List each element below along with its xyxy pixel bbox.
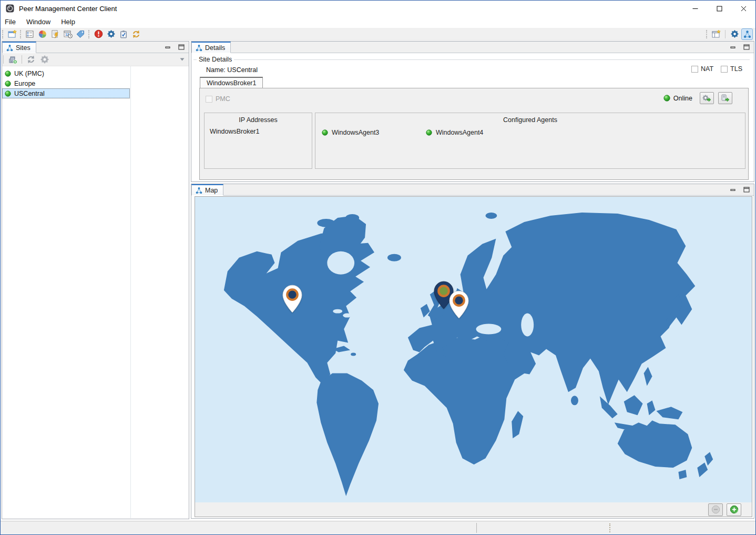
view-menu-chevron[interactable]	[180, 58, 185, 61]
sync-arrows-icon[interactable]	[131, 29, 141, 39]
tab-map[interactable]: Map	[191, 184, 223, 196]
app-window: Peer Management Center Client File Windo…	[0, 0, 756, 535]
menu-window[interactable]: Window	[21, 17, 56, 27]
site-details-title: Site Details	[199, 56, 232, 63]
details-body: Site Details Name: USCentral NAT TLS Win…	[191, 53, 754, 181]
transfer-arrows-icon[interactable]	[26, 54, 36, 65]
title-bar[interactable]: Peer Management Center Client	[1, 1, 755, 16]
ip-address-item: WindowsBroker1	[210, 128, 259, 135]
map-panel-header: Map	[191, 184, 754, 196]
minimize-button[interactable]	[683, 1, 707, 16]
network-icon	[196, 187, 202, 194]
calendar-clock-icon[interactable]: 12	[63, 29, 73, 39]
pmc-checkbox-box	[206, 96, 212, 103]
gear-icon[interactable]	[106, 29, 116, 39]
site-row-uk[interactable]: UK (PMC)	[2, 68, 130, 78]
toolbar-drag-handle[interactable]	[88, 30, 90, 38]
maximize-view-icon[interactable]	[177, 43, 186, 51]
minimize-view-icon[interactable]	[164, 43, 172, 51]
add-site-icon[interactable]	[7, 54, 18, 65]
site-label: UK (PMC)	[14, 70, 44, 77]
map-zoom-controls	[195, 502, 752, 517]
online-status-icon	[663, 95, 670, 102]
toolbar-separator	[22, 55, 22, 64]
nat-checkbox[interactable]: NAT	[691, 65, 713, 73]
toolbar-drag-handle[interactable]	[20, 30, 22, 38]
map-pin-uscentral[interactable]	[281, 285, 303, 313]
site-label: USCentral	[14, 90, 45, 97]
zoom-in-button[interactable]	[727, 503, 741, 516]
agent-label: WindowsAgent4	[436, 129, 483, 136]
gear-run-button[interactable]	[700, 92, 714, 104]
sites-tab-label: Sites	[16, 44, 30, 52]
pmc-label: PMC	[216, 95, 230, 103]
nat-label: NAT	[701, 65, 713, 73]
tag-icon[interactable]	[75, 29, 86, 39]
configured-agents-group: Configured Agents WindowsAgent3 WindowsA…	[315, 113, 745, 169]
tree-column-divider	[130, 66, 131, 518]
agent-entry-windowsagent4: WindowsAgent4	[426, 129, 483, 136]
minimize-view-icon[interactable]	[729, 186, 737, 193]
details-panel: Details Site Details Name: USCentral NAT	[191, 41, 754, 182]
status-bar-separator	[476, 523, 477, 533]
network-icon	[6, 44, 13, 52]
close-button[interactable]	[731, 1, 755, 16]
world-map-image	[195, 197, 752, 502]
ip-addresses-group: IP Addresses WindowsBroker1	[204, 113, 312, 169]
menu-bar: File Window Help	[1, 16, 755, 28]
details-panel-header: Details	[191, 42, 754, 53]
menu-file[interactable]: File	[5, 17, 21, 27]
zoom-out-button	[708, 503, 723, 516]
configured-agents-title: Configured Agents	[315, 116, 745, 124]
toolbar-separator	[3, 55, 4, 64]
menu-help[interactable]: Help	[56, 17, 80, 27]
toolbar-drag-handle[interactable]	[706, 30, 708, 38]
pmc-checkbox: PMC	[206, 95, 230, 103]
minimize-view-icon[interactable]	[729, 43, 737, 51]
main-toolbar: 12	[1, 28, 755, 41]
task-clipboard-icon[interactable]	[118, 29, 129, 39]
preferences-form-icon[interactable]	[25, 29, 35, 39]
document-flash-icon[interactable]	[50, 29, 60, 39]
tls-checkbox[interactable]: TLS	[721, 65, 742, 73]
broker-detail-box: PMC Online IP Addresses Win	[199, 88, 749, 180]
site-name-value: Name: USCentral	[206, 66, 258, 74]
world-map[interactable]	[195, 197, 752, 502]
map-container	[195, 196, 752, 517]
settings-gear-icon[interactable]	[729, 29, 740, 39]
site-details-group: Site Details	[193, 56, 750, 63]
maximize-button[interactable]	[707, 1, 731, 16]
details-tab-label: Details	[205, 44, 225, 52]
pmc-perspective-icon[interactable]	[742, 29, 752, 39]
site-row-europe[interactable]: Europe	[2, 78, 130, 88]
new-connection-icon[interactable]	[7, 29, 17, 39]
network-icon	[196, 44, 202, 52]
sites-panel-header: Sites	[2, 42, 189, 53]
tab-sites[interactable]: Sites	[2, 42, 36, 53]
tls-label: TLS	[730, 65, 742, 73]
nat-checkbox-box[interactable]	[691, 66, 698, 73]
sites-toolbar	[2, 53, 189, 66]
pie-chart-icon[interactable]	[37, 29, 48, 39]
window-title: Peer Management Center Client	[19, 5, 117, 13]
toolbar-drag-handle[interactable]	[2, 30, 4, 38]
maximize-view-icon[interactable]	[742, 43, 751, 51]
open-perspective-icon[interactable]	[711, 29, 721, 39]
sites-panel: Sites UK (PMC)	[2, 41, 189, 519]
tls-checkbox-box[interactable]	[721, 66, 728, 73]
status-bar-grip[interactable]	[609, 523, 611, 532]
tab-windowsbroker1[interactable]: WindowsBroker1	[200, 77, 263, 88]
ip-addresses-title: IP Addresses	[205, 116, 312, 124]
map-tab-label: Map	[205, 187, 218, 194]
sites-tree[interactable]: UK (PMC) Europe USCentral	[2, 66, 189, 518]
map-pin-europe[interactable]	[448, 290, 470, 319]
broker-status-label: Online	[673, 95, 692, 102]
server-launch-button[interactable]	[718, 92, 732, 104]
alert-icon[interactable]	[93, 29, 104, 39]
site-label: Europe	[14, 80, 35, 87]
online-status-icon	[322, 129, 328, 136]
site-row-uscentral[interactable]: USCentral	[2, 88, 130, 98]
tab-details[interactable]: Details	[191, 42, 231, 53]
maximize-view-icon[interactable]	[742, 186, 751, 193]
gear-icon[interactable]	[39, 54, 50, 65]
